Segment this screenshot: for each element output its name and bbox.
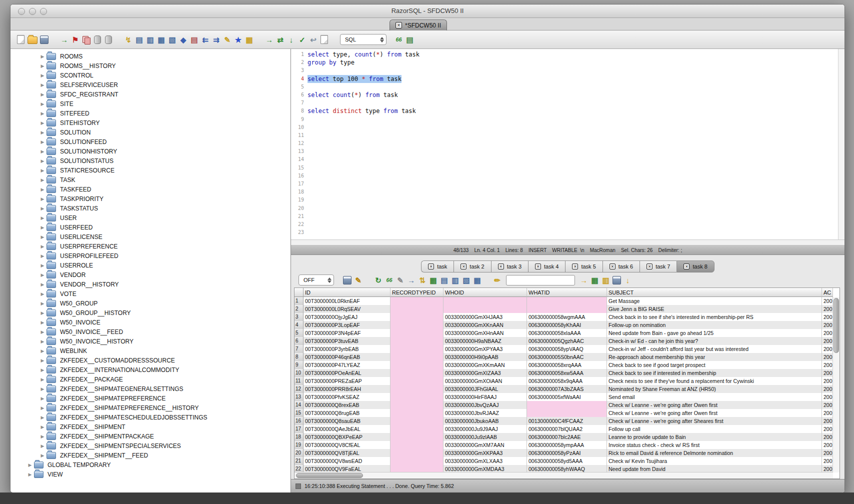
grid-horizontal-scrollbar[interactable] (294, 472, 833, 478)
data-cell[interactable]: 200 (822, 305, 833, 313)
data-cell[interactable]: Check back to see if interested in membe… (607, 369, 822, 377)
table-refresh-icon[interactable]: ▦ (429, 276, 438, 284)
document-db-icon[interactable]: ▦ (157, 35, 166, 44)
data-cell[interactable]: 200 (822, 457, 833, 465)
sidebar-item-user[interactable]: ▶USER (10, 213, 290, 222)
data-cell[interactable]: 0033000000Ju9J9AAJ (444, 425, 527, 433)
copy-document-icon[interactable]: ▧ (168, 35, 176, 44)
data-cell[interactable]: 200 (822, 417, 833, 425)
data-cell[interactable] (527, 297, 607, 305)
disclosure-triangle-icon[interactable]: ▶ (38, 158, 46, 164)
data-cell[interactable]: 00T3000000QAeJbEAL (304, 425, 390, 433)
data-cell[interactable]: 200 (822, 425, 833, 433)
new-document-icon[interactable] (16, 35, 25, 44)
disclosure-triangle-icon[interactable]: ▶ (38, 386, 46, 392)
table-row[interactable]: 1300T3000000PfvKSEAZ0033000000HirF8AAJ00… (294, 393, 840, 401)
validate-check-icon[interactable]: ✓ (298, 35, 306, 44)
disconnect-icon[interactable]: ⚑ (71, 35, 80, 44)
sidebar-item-solutionstatus[interactable]: ▶SOLUTIONSTATUS (10, 156, 290, 166)
disclosure-triangle-icon[interactable]: ▶ (38, 444, 46, 448)
disclosure-triangle-icon[interactable]: ▶ (38, 130, 46, 135)
reference-book-icon[interactable]: ◆ (179, 35, 188, 44)
sync-icon[interactable]: ⇄ (276, 35, 284, 44)
data-cell[interactable] (390, 345, 444, 353)
data-cell[interactable] (390, 321, 444, 329)
data-cell[interactable]: Check nexis to see if they've found a re… (607, 377, 822, 385)
save-grid-icon[interactable] (612, 276, 621, 284)
disclosure-triangle-icon[interactable]: ▶ (38, 424, 46, 430)
format-sql-icon[interactable]: ✎ (223, 35, 232, 44)
data-cell[interactable]: 0033000000GmXKmAAN (444, 361, 527, 369)
data-cell[interactable]: 0033000000GmXHnAAN (444, 329, 527, 337)
sidebar-item-zkfedex-internationalcommodity[interactable]: ▶ZKFEDEX__INTERNATIONALCOMMODITY (10, 365, 290, 374)
data-cell[interactable]: 200 (822, 337, 833, 345)
sidebar-item-rooms-history[interactable]: ▶ROOMS__HISTORY (10, 61, 290, 70)
sidebar-item-zkfedex-shipment-feed[interactable]: ▶ZKFEDEX__SHIPMENT__FEED (10, 450, 290, 460)
data-cell[interactable]: 00630000005xfWaAAI (527, 393, 607, 401)
sidebar-item-userfeed[interactable]: ▶USERFEED (10, 222, 290, 232)
close-tab-icon[interactable]: × (646, 264, 652, 270)
data-cell[interactable]: Rick to email David & reference Delmonte… (607, 449, 822, 457)
data-cell[interactable]: 200 (822, 353, 833, 361)
data-cell[interactable]: 200 (822, 313, 833, 321)
sidebar-item-vote[interactable]: ▶VOTE (10, 289, 290, 298)
sidebar-item-rooms[interactable]: ▶ROOMS (10, 52, 290, 61)
sidebar-item-taskpriority[interactable]: ▶TASKPRIORITY (10, 194, 290, 204)
sidebar-item-w50-invoice-history[interactable]: ▶W50_INVOICE__HISTORY (10, 336, 290, 346)
data-cell[interactable]: Re-approach about membership this year (607, 353, 822, 361)
table-row[interactable]: 1800T3000000QBXPeEAP0033000000Ju9zlAAB00… (294, 433, 840, 441)
data-cell[interactable]: 00T3000000QV8TjEAL (304, 449, 390, 457)
table-row[interactable]: 2000T3000000QV8TjEAL0033000000GmXKPAA300… (294, 449, 840, 457)
data-cell[interactable]: 200 (822, 329, 833, 337)
sidebar-item-sitehistory[interactable]: ▶SITEHISTORY (10, 118, 290, 128)
data-cell[interactable]: 0033000000H9aNBAAZ (444, 337, 527, 345)
sidebar-item-site[interactable]: ▶SITE (10, 99, 290, 108)
data-cell[interactable]: Invoice status check - check w/ RS first (607, 441, 822, 449)
data-cell[interactable] (390, 409, 444, 417)
disclosure-triangle-icon[interactable]: ▶ (38, 234, 46, 240)
connect-icon[interactable]: → (60, 35, 68, 44)
data-cell[interactable]: Nominated by Shane Freeman at ANZ (HR50) (607, 385, 822, 393)
data-cell[interactable] (390, 377, 444, 385)
sidebar-item-vendor[interactable]: ▶VENDOR (10, 270, 290, 280)
table-row[interactable]: 1200T3000000PRR8rEAH0033000000JFhGlAAL00… (294, 385, 840, 393)
disclosure-triangle-icon[interactable]: ▶ (38, 168, 46, 173)
data-cell[interactable]: 200 (822, 345, 833, 353)
disclosure-triangle-icon[interactable]: ▶ (38, 196, 46, 202)
data-cell[interactable] (390, 417, 444, 425)
data-cell[interactable]: 00630000007A3bZAAS (527, 385, 607, 393)
data-cell[interactable]: 00630000007blQUAA2 (527, 425, 607, 433)
result-tab-task[interactable]: ×task (421, 260, 454, 272)
data-cell[interactable]: 200 (822, 297, 833, 305)
disclosure-triangle-icon[interactable]: ▶ (26, 472, 34, 477)
data-cell[interactable]: Need update from Bain - gave go ahead 1/… (607, 329, 822, 337)
download-column-icon[interactable]: ↓ (624, 276, 632, 284)
data-cell[interactable]: 006300000058yPzAAI (527, 449, 607, 457)
data-cell[interactable]: 00T3000000L0RqSEAV (304, 305, 390, 313)
column-header-recordtypeid[interactable]: RECORDTYPEID (390, 288, 444, 297)
disclosure-triangle-icon[interactable]: ▶ (38, 453, 46, 458)
close-tab-icon[interactable]: × (684, 264, 690, 270)
database-icon[interactable] (104, 35, 112, 44)
insert-row-icon[interactable]: → (407, 276, 416, 284)
sidebar-item-zkfedex-shipmategeneralsettings[interactable]: ▶ZKFEDEX__SHIPMATEGENERALSETTINGS (10, 384, 290, 394)
data-cell[interactable]: 200 (822, 409, 833, 417)
data-cell[interactable]: 00T3000000P3tuvEAB (304, 337, 390, 345)
data-cell[interactable]: 00T3000000QV8CfEAL (304, 441, 390, 449)
data-cell[interactable]: 00T3000000P3yrbEAB (304, 345, 390, 353)
disclosure-triangle-icon[interactable]: ▶ (38, 320, 46, 325)
disclosure-triangle-icon[interactable]: ▶ (38, 64, 46, 68)
table-row[interactable]: 1500T3000000Q8rugEAB0033000000JbvRJAAZCh… (294, 409, 840, 417)
close-tab-icon[interactable]: × (428, 264, 434, 270)
table-copy-icon[interactable]: ▦ (473, 276, 482, 284)
export-results-icon[interactable]: ▦ (590, 276, 599, 284)
data-cell[interactable]: 0033000000GmXIZAA3 (444, 369, 527, 377)
data-cell[interactable]: 006300000058xrqAAA (527, 361, 607, 369)
table-row[interactable]: 200T3000000L0RqSEAVGive Jenn a BIG RAISE… (294, 305, 840, 313)
data-cell[interactable]: 0033000000HirF8AAJ (444, 393, 527, 401)
sidebar-item-w50-invoice[interactable]: ▶W50_INVOICE (10, 318, 290, 327)
disclosure-triangle-icon[interactable]: ▶ (38, 111, 46, 116)
close-tab-icon[interactable]: × (460, 264, 466, 270)
sidebar-item-zkfedex-shipmatescheduledjobssettings[interactable]: ▶ZKFEDEX__SHIPMATESCHEDULEDJOBSSETTINGS (10, 412, 290, 422)
data-cell[interactable] (390, 329, 444, 337)
